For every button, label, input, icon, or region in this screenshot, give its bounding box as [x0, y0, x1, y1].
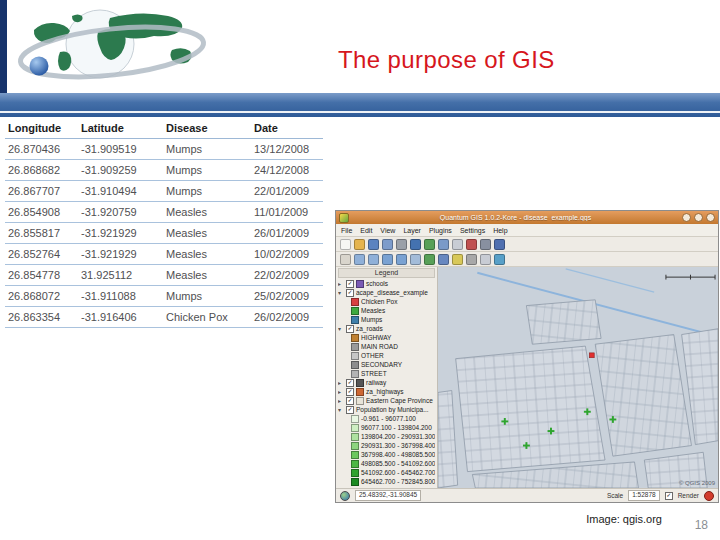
- add-raster-layer-icon[interactable]: [424, 239, 435, 250]
- zoom-out-icon[interactable]: [368, 254, 379, 265]
- qgis-titlebar[interactable]: Quantum GIS 1.0.2-Kore - disease_example…: [336, 211, 718, 224]
- legend-item[interactable]: ▸✓schools: [338, 279, 435, 288]
- collapse-icon[interactable]: ▾: [338, 407, 344, 413]
- expand-icon[interactable]: ▸: [338, 380, 344, 386]
- table-header-cell: Latitude: [78, 120, 163, 139]
- add-vector-layer-icon[interactable]: [410, 239, 421, 250]
- menu-layer[interactable]: Layer: [403, 227, 421, 234]
- class-symbol: [351, 478, 359, 486]
- class-label: STREET: [361, 370, 387, 377]
- coordinate-display[interactable]: 25.48392,-31.90845: [355, 490, 421, 501]
- table-cell: 22/01/2009: [251, 181, 323, 202]
- extents-icon[interactable]: [340, 491, 350, 501]
- identify-icon[interactable]: [438, 254, 449, 265]
- legend-item[interactable]: ▸✓za_highways: [338, 387, 435, 396]
- layer-visibility-checkbox[interactable]: ✓: [346, 379, 354, 387]
- collapse-icon[interactable]: ▾: [338, 290, 344, 296]
- menu-settings[interactable]: Settings: [460, 227, 485, 234]
- menu-plugins[interactable]: Plugins: [429, 227, 452, 234]
- zoom-in-icon[interactable]: [354, 254, 365, 265]
- add-wms-layer-icon[interactable]: [438, 239, 449, 250]
- layer-label: za_roads: [356, 325, 383, 332]
- close-button[interactable]: [706, 213, 715, 222]
- layer-label: schools: [366, 280, 388, 287]
- new-vector-layer-icon[interactable]: [452, 239, 463, 250]
- table-cell: Measles: [163, 265, 251, 286]
- maximize-button[interactable]: [694, 213, 703, 222]
- scale-input[interactable]: 1:52878: [628, 490, 660, 501]
- legend-item[interactable]: ▸✓Eastern Cape Province: [338, 396, 435, 405]
- menu-file[interactable]: File: [341, 227, 352, 234]
- expand-icon[interactable]: ▸: [338, 281, 344, 287]
- bookmark-icon[interactable]: [494, 254, 505, 265]
- blue-sphere: [30, 57, 49, 76]
- class-label: 645462.700 - 752845.800: [361, 478, 435, 485]
- class-label: OTHER: [361, 352, 384, 359]
- legend-item[interactable]: ▾✓Population by Municipa...: [338, 405, 435, 414]
- legend-class-row: Mumps: [338, 315, 435, 324]
- class-label: 367998.400 - 498085.500: [361, 451, 435, 458]
- select-features-icon[interactable]: [452, 254, 463, 265]
- legend-item[interactable]: ▾✓za_roads: [338, 324, 435, 333]
- table-cell: -31.921929: [78, 244, 163, 265]
- layer-visibility-checkbox[interactable]: ✓: [346, 325, 354, 333]
- table-cell: 24/12/2008: [251, 160, 323, 181]
- table-row: 26.852764-31.921929Measles10/02/2009: [5, 244, 323, 265]
- globe-logo: [12, 4, 224, 90]
- parcel-blocks: [438, 300, 718, 488]
- legend-class-row: 139804.200 - 290931.300: [338, 432, 435, 441]
- expand-icon[interactable]: ▸: [338, 389, 344, 395]
- layer-visibility-checkbox[interactable]: ✓: [346, 280, 354, 288]
- open-project-icon[interactable]: [354, 239, 365, 250]
- attribute-table-icon[interactable]: [480, 254, 491, 265]
- expand-icon[interactable]: ▸: [338, 398, 344, 404]
- table-cell: 26.854908: [5, 202, 78, 223]
- layer-symbol: [356, 379, 364, 387]
- zoom-last-icon[interactable]: [410, 254, 421, 265]
- qgis-menubar: FileEditViewLayerPluginsSettingsHelp: [336, 224, 718, 237]
- table-row: 26.85477831.925112Measles22/02/2009: [5, 265, 323, 286]
- map-scalebar: [666, 275, 715, 280]
- menu-view[interactable]: View: [380, 227, 395, 234]
- legend-item[interactable]: ▸✓railway: [338, 378, 435, 387]
- zoom-to-layer-icon[interactable]: [396, 254, 407, 265]
- minimize-button[interactable]: [682, 213, 691, 222]
- save-project-icon[interactable]: [368, 239, 379, 250]
- class-label: 139804.200 - 290931.300: [361, 433, 435, 440]
- measure-icon[interactable]: [466, 254, 477, 265]
- pan-map-icon[interactable]: [340, 254, 351, 265]
- layer-visibility-checkbox[interactable]: ✓: [346, 397, 354, 405]
- table-cell: 11/01/2009: [251, 202, 323, 223]
- legend-item[interactable]: ▾✓acape_disease_example: [338, 288, 435, 297]
- header-divider-band: [0, 93, 720, 117]
- table-cell: Measles: [163, 223, 251, 244]
- table-cell: Mumps: [163, 286, 251, 307]
- class-label: 498085.500 - 541092.600: [361, 460, 435, 467]
- river-branch-line: [566, 269, 654, 292]
- menu-help[interactable]: Help: [493, 227, 507, 234]
- table-row: 26.863354-31.916406Chicken Pox26/02/2009: [5, 307, 323, 328]
- render-checkbox[interactable]: ✓: [665, 492, 673, 500]
- save-as-icon[interactable]: [382, 239, 393, 250]
- map-canvas[interactable]: © QGIS 2009: [438, 267, 718, 488]
- new-project-icon[interactable]: [340, 239, 351, 250]
- table-cell: Mumps: [163, 181, 251, 202]
- print-icon[interactable]: [396, 239, 407, 250]
- table-cell: 22/02/2009: [251, 265, 323, 286]
- table-cell: 26.852764: [5, 244, 78, 265]
- zoom-full-icon[interactable]: [382, 254, 393, 265]
- refresh-icon[interactable]: [424, 254, 435, 265]
- layer-visibility-checkbox[interactable]: ✓: [346, 289, 354, 297]
- collapse-icon[interactable]: ▾: [338, 326, 344, 332]
- menu-edit[interactable]: Edit: [360, 227, 372, 234]
- table-row: 26.870436-31.909519Mumps13/12/2008: [5, 139, 323, 160]
- stop-render-icon[interactable]: [704, 491, 714, 501]
- layer-visibility-checkbox[interactable]: ✓: [346, 388, 354, 396]
- layer-visibility-checkbox[interactable]: ✓: [346, 406, 354, 414]
- help-icon[interactable]: [494, 239, 505, 250]
- project-properties-icon[interactable]: [480, 239, 491, 250]
- remove-layer-icon[interactable]: [466, 239, 477, 250]
- layer-label: acape_disease_example: [356, 289, 428, 296]
- class-label: 96077.100 - 139804.200: [361, 424, 432, 431]
- layer-label: Population by Municipa...: [356, 406, 429, 413]
